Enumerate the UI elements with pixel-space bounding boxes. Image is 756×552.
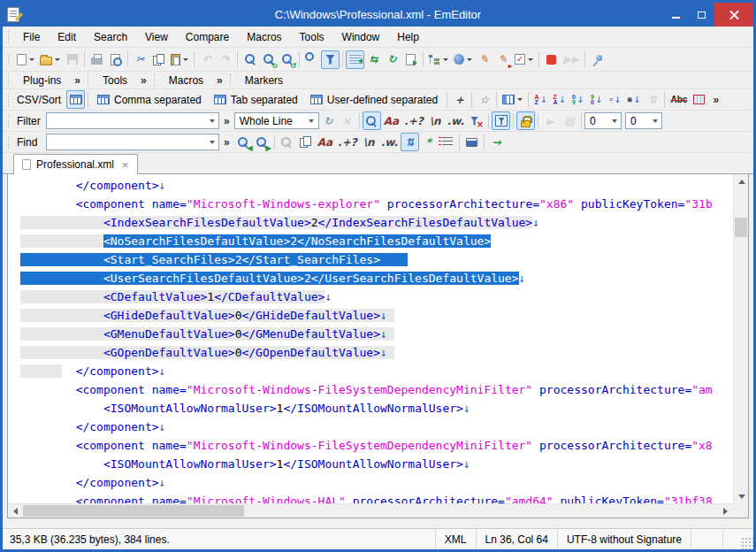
record-macro-icon[interactable]: ✎: [475, 50, 493, 69]
sort-az-icon[interactable]: AZ↓: [531, 90, 550, 109]
filter-toolbar-icon[interactable]: [492, 111, 510, 130]
refresh-filter-icon[interactable]: ↻: [319, 111, 338, 130]
toolbar-grip[interactable]: [7, 73, 11, 87]
toolbar-grip[interactable]: [153, 73, 157, 87]
overflow-chevron-icon[interactable]: »: [708, 94, 723, 106]
resize-grip[interactable]: [741, 537, 753, 549]
copy-lines-icon[interactable]: ▤: [560, 111, 578, 130]
close-button[interactable]: [714, 3, 753, 27]
editor-line[interactable]: <component name="Microsoft-Windows-explo…: [20, 195, 733, 213]
save-icon[interactable]: [63, 50, 81, 69]
editor-line[interactable]: </component>↓: [20, 176, 733, 195]
cursor-position-status[interactable]: Ln 36, Col 64: [476, 529, 557, 549]
sort-stable-icon[interactable]: ⇅: [643, 90, 661, 109]
maximize-button[interactable]: [689, 3, 714, 27]
filter-magnifier-icon[interactable]: [363, 111, 381, 130]
sort-ascending-icon[interactable]: 09↓: [569, 90, 587, 109]
find-next-icon[interactable]: ↻: [259, 50, 278, 69]
regex-icon[interactable]: .+?: [335, 133, 360, 151]
add-column-icon[interactable]: +: [450, 90, 469, 109]
compare-scroll-icon[interactable]: [401, 50, 420, 69]
filter-count-select-1[interactable]: 0: [584, 112, 622, 129]
csv-options-icon[interactable]: [690, 90, 708, 109]
match-case-icon[interactable]: Aa: [315, 133, 335, 151]
editor-line[interactable]: <GHideDefaultValue>0</GHideDefaultValue>…: [20, 306, 733, 325]
scroll-down-arrow[interactable]: [734, 489, 749, 503]
count-matches-icon[interactable]: *: [419, 133, 438, 151]
compare-icon[interactable]: ⇆: [364, 50, 383, 69]
editor-line[interactable]: </component>↓: [20, 473, 733, 492]
user-defined-separated-button[interactable]: User-defined separated: [304, 90, 444, 109]
tab-close-icon[interactable]: ×: [121, 159, 129, 171]
overflow-chevron-icon[interactable]: »: [219, 115, 234, 127]
encoding-status[interactable]: UTF-8 without Signature: [557, 529, 691, 549]
scroll-left-arrow[interactable]: [8, 504, 23, 518]
filter-input-dropdown[interactable]: [205, 113, 218, 128]
run-all-icon[interactable]: ▶▶: [561, 50, 582, 69]
escape-seq-icon[interactable]: \n: [426, 111, 445, 130]
plugins-icon[interactable]: [451, 50, 475, 69]
filter-mode-select[interactable]: Whole Line: [234, 112, 319, 129]
filter-input[interactable]: [47, 113, 205, 128]
markers-group-button[interactable]: Markers: [236, 71, 292, 90]
go-icon[interactable]: →: [487, 133, 506, 151]
find-previous-icon[interactable]: ◀: [234, 133, 253, 151]
remove-filter-icon[interactable]: [467, 111, 485, 130]
editor-line[interactable]: <ISOMountAllowNormalUser>1</ISOMountAllo…: [20, 455, 733, 473]
csv-mode-button[interactable]: [66, 90, 85, 109]
menu-window[interactable]: Window: [333, 27, 389, 47]
editor-line[interactable]: <component name="Microsoft-Windows-FileS…: [20, 380, 733, 399]
new-document-icon[interactable]: [14, 50, 37, 69]
horizontal-scrollbar[interactable]: [8, 503, 733, 518]
find-input[interactable]: [47, 134, 205, 150]
select-column-icon[interactable]: [500, 90, 525, 109]
tab-separated-button[interactable]: Tab separated: [208, 90, 304, 109]
find-previous-icon[interactable]: ↺: [278, 50, 296, 69]
editor-line[interactable]: <GMenuDefaultValue>0</GMenuDefaultValue>…: [20, 325, 733, 343]
copy-results-icon[interactable]: [296, 133, 315, 151]
convert-wizard-icon[interactable]: ☆: [475, 90, 493, 109]
print-icon[interactable]: [88, 50, 106, 69]
toolbar-grip[interactable]: [7, 93, 11, 106]
toolbar-grip[interactable]: [7, 114, 11, 127]
editor-text-area[interactable]: </component>↓ <component name="Microsoft…: [8, 174, 733, 503]
escape-seq-icon[interactable]: \n: [360, 133, 378, 151]
delete-duplicates-icon[interactable]: Abc: [668, 90, 690, 109]
filter-count-select-2[interactable]: 0: [625, 112, 662, 129]
vertical-scroll-thumb[interactable]: [735, 218, 747, 237]
editor-line[interactable]: </component>↓: [20, 418, 733, 436]
editor-line[interactable]: <UserSearchFilesDefaultValue>2</UserSear…: [20, 269, 733, 288]
toolbar-grip[interactable]: [7, 30, 11, 43]
menu-view[interactable]: View: [136, 27, 177, 47]
macros-group-button[interactable]: Macros: [160, 71, 212, 90]
outline-icon[interactable]: [426, 50, 451, 69]
search-direction-icon[interactable]: ⇅: [401, 133, 419, 151]
sort-za-icon[interactable]: ZA↓: [550, 90, 569, 109]
redo-icon[interactable]: ↷: [216, 50, 234, 69]
print-preview-icon[interactable]: [106, 50, 125, 69]
undo-icon[interactable]: ↶: [197, 50, 216, 69]
lock-icon[interactable]: [516, 111, 535, 130]
find-in-files-icon[interactable]: [302, 50, 321, 69]
editor-line[interactable]: <ISOMountAllowNormalUser>1</ISOMountAllo…: [20, 399, 733, 418]
menu-compare[interactable]: Compare: [177, 27, 238, 47]
menu-help[interactable]: Help: [388, 27, 428, 47]
overflow-chevron-icon[interactable]: »: [136, 74, 151, 87]
menu-search[interactable]: Search: [85, 27, 136, 47]
editor-line[interactable]: <GOpenDefaultValue>0</GOpenDefaultValue>…: [20, 343, 733, 362]
toolbar-grip[interactable]: [87, 73, 90, 87]
toolbar-grip[interactable]: [7, 135, 11, 149]
refresh-compare-icon[interactable]: ↻: [383, 50, 401, 69]
jump-icon[interactable]: ►: [541, 111, 560, 130]
menu-edit[interactable]: Edit: [49, 27, 85, 47]
macro-list-icon[interactable]: [512, 50, 536, 69]
copy-icon[interactable]: [149, 50, 168, 69]
find-all-icon[interactable]: [278, 133, 296, 151]
whole-word-icon[interactable]: .w.: [445, 111, 467, 130]
open-file-icon[interactable]: [37, 50, 63, 69]
overflow-chevron-icon[interactable]: »: [219, 136, 234, 149]
sort-length-desc-icon[interactable]: ≣↓: [624, 90, 643, 109]
play-macro-icon[interactable]: ✎▸: [493, 50, 512, 69]
editor-line[interactable]: <component name="Microsoft-Windows-HAL" …: [20, 492, 733, 503]
plugins-group-button[interactable]: Plug-ins: [14, 71, 70, 90]
